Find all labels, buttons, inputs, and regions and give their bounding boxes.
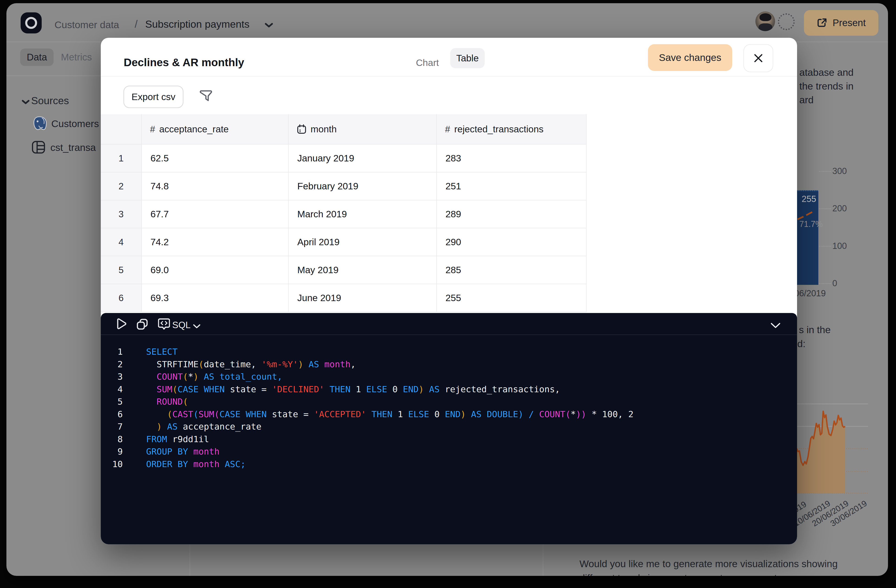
gridline xyxy=(819,209,831,209)
code-text: COUNT(*) AS total_count, xyxy=(123,370,282,383)
cell-acceptance-rate[interactable]: 69.0 xyxy=(142,256,289,284)
present-button[interactable]: Present xyxy=(804,10,878,36)
line-number: 2 xyxy=(101,358,123,371)
column-label: acceptance_rate xyxy=(159,124,229,135)
sources-chevron-down-icon[interactable] xyxy=(21,99,30,105)
cell-rejected-transactions[interactable]: 290 xyxy=(437,228,587,256)
filter-icon[interactable] xyxy=(200,89,214,103)
postgres-icon xyxy=(32,116,47,131)
cell-rejected-transactions[interactable]: 285 xyxy=(437,256,587,284)
collapse-editor-chevron-icon[interactable] xyxy=(770,322,782,329)
background-line-chart xyxy=(795,402,868,498)
present-label: Present xyxy=(832,17,866,28)
line-number: 10 xyxy=(101,458,123,471)
cell-month[interactable]: February 2019 xyxy=(289,172,437,200)
row-number: 1 xyxy=(101,145,142,172)
results-table: # acceptance_rate month # rejected_trans… xyxy=(101,114,587,312)
code-language-icon[interactable] xyxy=(158,318,170,330)
modal-header-divider xyxy=(101,76,797,76)
sql-code-line[interactable]: 5 ROUND( xyxy=(101,395,797,408)
row-number: 5 xyxy=(101,256,142,284)
sql-code-line[interactable]: 6 (CAST(SUM(CASE WHEN state = 'ACCEPTED'… xyxy=(101,408,797,420)
logo-o-icon xyxy=(25,17,37,29)
save-changes-label: Save changes xyxy=(659,52,721,63)
sql-code[interactable]: 1SELECT2 STRFTIME(date_time, '%m-%Y') AS… xyxy=(101,346,797,470)
view-toggle-table[interactable]: Table xyxy=(450,48,485,68)
number-type-icon: # xyxy=(445,124,450,134)
cell-acceptance-rate[interactable]: 67.7 xyxy=(142,200,289,228)
cell-month[interactable]: January 2019 xyxy=(289,145,437,172)
background-text-fragment: ard xyxy=(799,94,814,105)
export-csv-button[interactable]: Export csv xyxy=(123,85,183,108)
line-number: 3 xyxy=(101,370,123,383)
copy-icon[interactable] xyxy=(137,318,148,330)
column-header-acceptance-rate[interactable]: # acceptance_rate xyxy=(142,114,289,144)
cell-rejected-transactions[interactable]: 283 xyxy=(437,145,587,172)
table-header-row: # acceptance_rate month # rejected_trans… xyxy=(101,114,587,145)
row-number: 2 xyxy=(101,172,142,200)
cell-month[interactable]: June 2019 xyxy=(289,284,437,312)
bar-value-label: 255 xyxy=(802,194,816,204)
sidebar-item-cst-transactions[interactable]: cst_transa xyxy=(50,142,96,153)
cell-acceptance-rate[interactable]: 74.8 xyxy=(142,172,289,200)
background-bar xyxy=(796,190,818,285)
avatar[interactable] xyxy=(755,11,775,31)
column-header-month[interactable]: month xyxy=(289,114,437,144)
table-row: 274.8February 2019251 xyxy=(101,172,587,200)
background-text-fragment: d: xyxy=(797,338,806,349)
sidebar-divider xyxy=(6,76,101,76)
sql-code-line[interactable]: 7 ) AS acceptance_rate xyxy=(101,420,797,433)
breadcrumb-chevron-down-icon[interactable] xyxy=(264,22,274,28)
table-row: 162.5January 2019283 xyxy=(101,145,587,172)
modal-title: Declines & AR monthly xyxy=(124,56,244,69)
view-table-label: Table xyxy=(456,53,479,64)
app-logo[interactable] xyxy=(21,12,42,34)
sidebar-tab-data[interactable]: Data xyxy=(20,49,53,66)
sql-code-line[interactable]: 10ORDER BY month ASC; xyxy=(101,458,797,471)
cell-acceptance-rate[interactable]: 69.3 xyxy=(142,284,289,312)
sidebar-tab-metrics[interactable]: Metrics xyxy=(61,49,92,66)
export-csv-label: Export csv xyxy=(131,91,175,102)
sql-code-line[interactable]: 8FROM r9dd1il xyxy=(101,433,797,446)
breadcrumb-page[interactable]: Subscription payments xyxy=(145,18,250,30)
bar-rate-label: 71.7% xyxy=(799,219,823,229)
table-row: 669.3June 2019255 xyxy=(101,284,587,312)
loading-spinner-icon xyxy=(778,13,795,30)
tab-data-label: Data xyxy=(27,52,47,63)
background-text-fragment: the trends in xyxy=(799,81,853,92)
cell-month[interactable]: May 2019 xyxy=(289,256,437,284)
sql-code-line[interactable]: 3 COUNT(*) AS total_count, xyxy=(101,370,797,383)
line-number: 5 xyxy=(101,395,123,408)
row-number: 4 xyxy=(101,228,142,256)
cell-acceptance-rate[interactable]: 74.2 xyxy=(142,228,289,256)
sql-code-line[interactable]: 2 STRFTIME(date_time, '%m-%Y') AS month, xyxy=(101,358,797,371)
cell-rejected-transactions[interactable]: 255 xyxy=(437,284,587,312)
gridline xyxy=(819,171,831,172)
code-text: STRFTIME(date_time, '%m-%Y') AS month, xyxy=(123,358,356,371)
close-button[interactable] xyxy=(744,44,773,72)
cell-rejected-transactions[interactable]: 251 xyxy=(437,172,587,200)
query-editor-modal: Declines & AR monthly Chart Table Save c… xyxy=(101,38,797,544)
line-number: 1 xyxy=(101,346,123,358)
sql-code-line[interactable]: 9GROUP BY month xyxy=(101,445,797,458)
table-row: 569.0May 2019285 xyxy=(101,256,587,284)
cell-month[interactable]: April 2019 xyxy=(289,228,437,256)
code-text: ROUND( xyxy=(123,395,188,408)
cell-rejected-transactions[interactable]: 289 xyxy=(437,200,587,228)
cell-acceptance-rate[interactable]: 62.5 xyxy=(142,145,289,172)
breadcrumb-workspace[interactable]: Customer data xyxy=(55,19,119,30)
view-toggle-chart[interactable]: Chart xyxy=(416,58,439,68)
sql-code-line[interactable]: 4 SUM(CASE WHEN state = 'DECLINED' THEN … xyxy=(101,383,797,396)
run-query-icon[interactable] xyxy=(116,318,126,329)
column-header-rejected-transactions[interactable]: # rejected_transactions xyxy=(437,114,587,144)
language-chevron-down-icon[interactable] xyxy=(192,323,201,329)
row-number-header xyxy=(101,114,142,144)
sql-language-selector[interactable]: SQL xyxy=(172,320,190,330)
sql-code-line[interactable]: 1SELECT xyxy=(101,346,797,358)
sidebar-item-customers[interactable]: Customers xyxy=(51,118,99,129)
save-changes-button[interactable]: Save changes xyxy=(648,44,732,71)
sources-section-label[interactable]: Sources xyxy=(31,95,69,107)
cell-month[interactable]: March 2019 xyxy=(289,200,437,228)
background-text-fragment: atabase and xyxy=(799,67,853,78)
column-label: month xyxy=(311,124,337,135)
